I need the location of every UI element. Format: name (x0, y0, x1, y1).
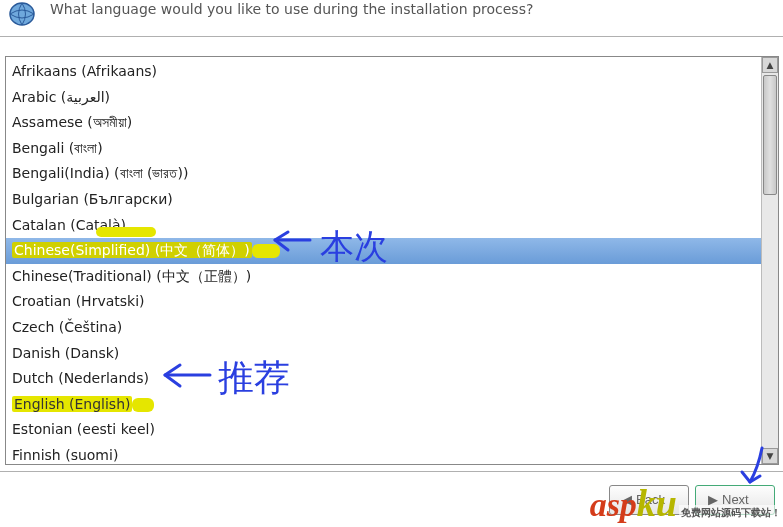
language-item[interactable]: Czech (Čeština) (6, 315, 761, 341)
language-item[interactable]: Bengali (বাংলা) (6, 136, 761, 162)
language-item[interactable]: Catalan (Català) (6, 213, 761, 239)
language-item[interactable]: Afrikaans (Afrikaans) (6, 59, 761, 85)
language-item[interactable]: Chinese(Traditional) (中文（正體）) (6, 264, 761, 290)
scroll-up-button[interactable]: ▲ (762, 57, 778, 73)
language-item[interactable]: Danish (Dansk) (6, 341, 761, 367)
language-item[interactable]: Chinese(Simplified) (中文（简体）) (6, 238, 761, 264)
language-item[interactable]: Finnish (suomi) (6, 443, 761, 464)
language-list[interactable]: Afrikaans (Afrikaans)Arabic (العربية)Ass… (6, 57, 761, 464)
arrow-right-icon: ▶ (708, 492, 718, 507)
arrow-left-icon: ◀ (622, 492, 632, 507)
scrollbar-thumb[interactable] (763, 75, 777, 195)
footer: ◀ Back ▶ Next (0, 471, 783, 527)
scrollbar[interactable]: ▲ ▼ (761, 57, 778, 464)
language-item[interactable]: Arabic (العربية) (6, 85, 761, 111)
language-item[interactable]: Dutch (Nederlands) (6, 366, 761, 392)
globe-icon (4, 0, 40, 28)
back-button-label: Back (636, 492, 665, 507)
svg-point-0 (10, 3, 34, 25)
header: What language would you like to use duri… (0, 0, 783, 37)
language-item[interactable]: Assamese (অসমীয়া) (6, 110, 761, 136)
header-question: What language would you like to use duri… (50, 0, 533, 18)
next-button[interactable]: ▶ Next (695, 485, 775, 515)
language-list-frame: Afrikaans (Afrikaans)Arabic (العربية)Ass… (5, 56, 779, 465)
next-button-label: Next (722, 492, 749, 507)
language-item[interactable]: Croatian (Hrvatski) (6, 289, 761, 315)
language-item[interactable]: Bulgarian (Български) (6, 187, 761, 213)
language-item[interactable]: Bengali(India) (বাংলা (ভারত)) (6, 161, 761, 187)
language-item[interactable]: Estonian (eesti keel) (6, 417, 761, 443)
scroll-down-button[interactable]: ▼ (762, 448, 778, 464)
language-item[interactable]: English (English) (6, 392, 761, 418)
back-button[interactable]: ◀ Back (609, 485, 689, 515)
